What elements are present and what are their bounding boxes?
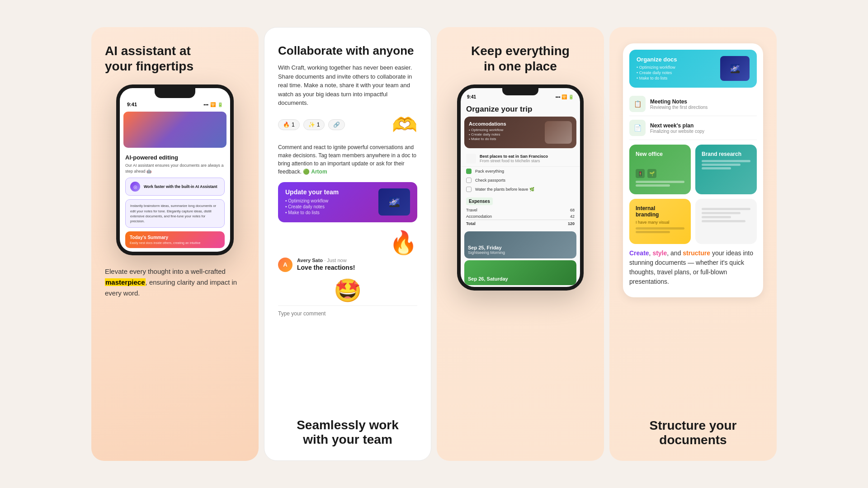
status-icons-1: ▪▪▪ 🛜 🔋	[203, 102, 223, 107]
organize-item-2: • Create daily notes	[637, 70, 716, 75]
schedule-date-2: Sep 26, Saturday	[468, 276, 508, 282]
schedule-card-2: Sep 26, Saturday	[464, 260, 576, 285]
sparkle-count: 1	[317, 122, 320, 128]
fire-emoji: 🔥	[283, 122, 290, 128]
panels-container: AI assistant at your fingertips 9:41 ▪▪▪…	[0, 18, 868, 470]
accom-title: Accomodations	[469, 121, 541, 127]
panel-2: Collaborate with anyone With Craft, work…	[264, 27, 431, 461]
panel1-title: AI assistant at your fingertips	[105, 43, 245, 74]
ai-icon: ◎	[130, 182, 140, 192]
cards-grid: New office 🚦 🌱 Brand research	[629, 145, 757, 244]
checkbox-1	[466, 169, 472, 174]
reaction-sparkle: ✨ 1	[303, 119, 325, 130]
update-card-title: Update your team	[285, 188, 373, 196]
ai-box-text: Work faster with the built-in AI Assista…	[144, 184, 217, 189]
expense-travel: Travel 68	[466, 207, 575, 213]
panel-3: Keep everything in one place 9:41 ▪▪▪ 🛜 …	[437, 27, 604, 461]
checklist-label-1: Pack everything	[475, 169, 504, 174]
phone-content-1: AI-powered editing Our AI assistant ensu…	[120, 150, 230, 252]
next-week-icon: 📄	[629, 120, 646, 136]
next-week-text: Next week's plan Finalizing our website …	[650, 122, 704, 134]
expense-total: Total 120	[466, 220, 575, 227]
checklist-label-2: Check passports	[475, 178, 505, 183]
phone-mockup-3: 9:41 ▪▪▪ 🛜 🔋 Organize your trip Accomoda…	[457, 84, 584, 291]
expense-accom-label: Accomodation	[466, 214, 492, 219]
br-line1	[702, 160, 750, 162]
update-card: Update your team • Optimizing workflow •…	[278, 182, 417, 222]
internal-branding-sub: I have many visual	[636, 220, 684, 225]
meeting-notes-item: 📋 Meeting Notes Reviewing the first dire…	[629, 92, 757, 116]
expense-accom-value: 42	[570, 214, 575, 219]
ai-details-box: Instantly brainstorm ideas, summarize lo…	[125, 199, 225, 228]
summary-card: Today's Summary Easily nest docs inside …	[125, 231, 225, 248]
checklist-item-1: Pack everything	[461, 167, 580, 176]
summary-subtitle: Easily nest docs inside others, creating…	[130, 241, 220, 244]
ai-box: ◎ Work faster with the built-in AI Assis…	[125, 178, 225, 196]
comment-meta: Avery Sato · Just now	[297, 258, 355, 263]
checkbox-3	[466, 187, 472, 192]
traffic-icon: 🚦	[636, 169, 645, 178]
mention-artom: 🟢 Artom	[303, 169, 327, 175]
panel-1: AI assistant at your fingertips 9:41 ▪▪▪…	[91, 27, 259, 461]
expenses-section: Expenses Travel 68 Accomodation 42 Total…	[461, 194, 580, 230]
new-office-label: New office	[636, 151, 684, 157]
phone-mockup-1: 9:41 ▪▪▪ 🛜 🔋 AI-powered editing Our AI a…	[116, 84, 234, 255]
next-week-sub: Finalizing our website copy	[650, 129, 704, 134]
checkbox-2	[466, 178, 472, 183]
eat-title: Best places to eat in San Francisco	[480, 154, 548, 159]
ib-line2	[636, 231, 670, 233]
br-line3	[702, 167, 731, 169]
fire-emoji-large: 🔥	[278, 230, 417, 256]
brand-research-lines	[702, 160, 750, 169]
expense-total-label: Total	[466, 221, 476, 226]
gray-line2	[702, 212, 741, 214]
comment-input[interactable]	[278, 305, 417, 321]
schedule-sub-1: Sightseeing Morning	[468, 250, 505, 255]
phone-notch-1	[155, 88, 195, 98]
line1	[636, 181, 684, 183]
next-week-title: Next week's plan	[650, 122, 704, 129]
new-office-lines	[636, 181, 684, 188]
commenter-avatar: A	[278, 258, 292, 272]
eat-icon	[466, 154, 476, 164]
docs-ui-container: Organize docs • Optimizing workflow • Cr…	[623, 43, 763, 297]
panel2-subtitle: Seamlessly work with your team	[278, 411, 417, 447]
br-line2	[702, 164, 741, 166]
update-card-content: Update your team • Optimizing workflow •…	[285, 188, 373, 216]
gray-line3	[702, 216, 731, 218]
phone-hero-1	[123, 112, 226, 148]
ib-line1	[636, 227, 684, 230]
expense-accom: Accomodation 42	[466, 213, 575, 220]
accommodation-card: Accomodations • Optimizing workflow • Cr…	[464, 117, 576, 148]
expense-total-value: 120	[568, 221, 575, 226]
internal-branding-lines	[636, 227, 684, 233]
star-emoji: 🤩	[278, 277, 417, 304]
panel4-subtitle: Structure your documents	[623, 411, 763, 447]
wifi-icon: 🛜	[210, 102, 216, 107]
panel-4: placeholder Organize docs • Optimizing w…	[609, 27, 777, 461]
update-item-2: • Create daily notes	[285, 204, 373, 209]
comment-content: Avery Sato · Just now Love the reactions…	[297, 258, 355, 271]
brand-research-card: Brand research	[695, 145, 757, 194]
comment-row: A Avery Sato · Just now Love the reactio…	[278, 258, 417, 272]
structure-keyword: structure	[683, 249, 710, 257]
eat-sub: From street food to Michelin stars	[480, 159, 548, 163]
comment-time: Just now	[327, 258, 346, 263]
checklist-label-3: Water the plants before leave 🌿	[475, 187, 534, 192]
create-text: Create	[629, 249, 649, 257]
brand-research-label: Brand research	[702, 151, 750, 157]
new-office-icons: 🚦 🌱	[636, 169, 684, 178]
panel2-body2: Comment and react to ignite powerful con…	[278, 143, 417, 176]
accom-item-1: • Optimizing workflow	[469, 128, 541, 132]
organize-docs-image: 🌌	[720, 56, 750, 81]
signal-icon: ▪▪▪	[203, 102, 208, 107]
accom-image	[545, 121, 572, 144]
p3-notch	[502, 88, 538, 95]
eat-item: Best places to eat in San Francisco From…	[461, 151, 580, 167]
schedule-card-1: Sep 25, Friday Sightseeing Morning	[464, 231, 576, 258]
structure-text: Create, style, and structure your ideas …	[629, 249, 757, 286]
plant-icon: 🌱	[647, 169, 656, 178]
update-card-image: 🌌	[378, 188, 410, 216]
status-bar-1: 9:41 ▪▪▪ 🛜 🔋	[120, 98, 230, 109]
p3-icons: ▪▪▪ 🛜 🔋	[556, 94, 574, 99]
